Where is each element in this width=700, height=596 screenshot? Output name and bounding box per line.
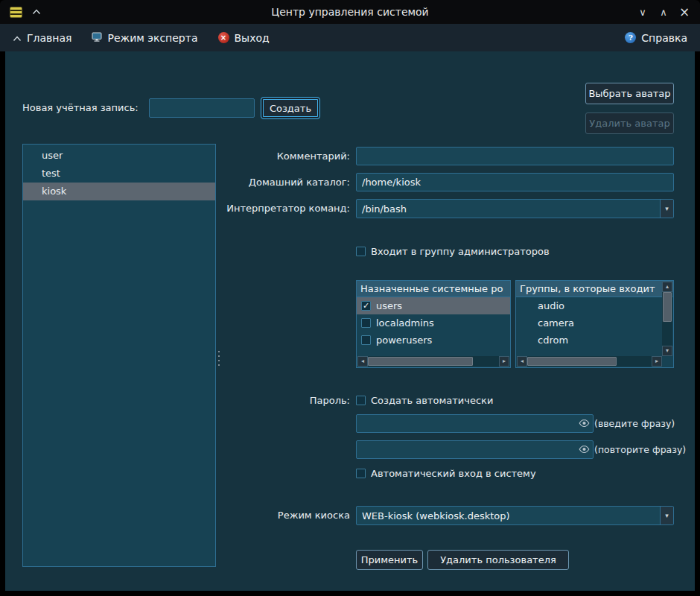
password-hint: (введите фразу) bbox=[594, 414, 675, 433]
maximize-button[interactable]: ∧ bbox=[655, 4, 672, 20]
home-dir-input[interactable] bbox=[356, 173, 674, 191]
groups-horizontal-scrollbar[interactable]: ◂ ▸ bbox=[517, 356, 662, 367]
role-row[interactable]: localadmins bbox=[357, 314, 510, 332]
group-row[interactable]: camera bbox=[516, 314, 673, 332]
help-icon: ? bbox=[625, 32, 636, 43]
toolbar: Главная Режим эксперта × Выход ? Справка bbox=[0, 24, 700, 51]
system-roles-list: Назначенные системные ро users localadmi… bbox=[356, 280, 511, 368]
groups-vscroll-thumb[interactable] bbox=[663, 292, 672, 322]
monitor-icon bbox=[92, 32, 102, 44]
shell-label: Интерпретатор команд: bbox=[226, 199, 350, 218]
toolbar-exit-label: Выход bbox=[235, 32, 270, 44]
group-row[interactable]: audio bbox=[516, 297, 673, 314]
role-label: users bbox=[376, 300, 402, 311]
roles-hscroll-track[interactable] bbox=[368, 356, 499, 367]
titlebar: Центр управления системой ∨ ∧ × bbox=[0, 0, 700, 24]
apply-button[interactable]: Применить bbox=[356, 550, 423, 570]
home-chevron-icon bbox=[13, 32, 22, 44]
admin-group-checkbox[interactable] bbox=[356, 247, 366, 256]
new-account-label: Новая учётная запись: bbox=[22, 98, 139, 118]
user-list: user test kiosk bbox=[22, 144, 216, 567]
role-row[interactable]: powerusers bbox=[357, 332, 510, 349]
toolbar-home-label: Главная bbox=[27, 32, 71, 44]
toolbar-help-label: Справка bbox=[641, 32, 687, 44]
scroll-left-icon[interactable]: ◂ bbox=[517, 356, 527, 367]
group-row[interactable]: cdrom bbox=[516, 332, 673, 349]
toolbar-home[interactable]: Главная bbox=[13, 32, 71, 44]
kiosk-mode-combo[interactable]: WEB-kiosk (webkiosk.desktop) ▾ bbox=[356, 506, 674, 525]
scroll-right-icon[interactable]: ▸ bbox=[652, 356, 662, 367]
autologin-label: Автоматический вход в систему bbox=[371, 464, 536, 483]
scroll-down-icon[interactable]: ▾ bbox=[662, 346, 672, 356]
role-checkbox[interactable] bbox=[361, 335, 371, 345]
role-checkbox-checked[interactable] bbox=[361, 301, 371, 311]
role-row-selected[interactable]: users bbox=[357, 297, 510, 314]
shell-combo-value: /bin/bash bbox=[362, 203, 407, 215]
roles-horizontal-scrollbar[interactable]: ◂ ▸ bbox=[357, 356, 509, 367]
member-groups-list: Группы, в которые входит audio camera cd… bbox=[515, 280, 674, 368]
scroll-right-icon[interactable]: ▸ bbox=[499, 356, 509, 367]
new-account-input[interactable] bbox=[149, 98, 255, 118]
toolbar-expert-label: Режим эксперта bbox=[107, 32, 197, 44]
home-dir-label: Домашний каталог: bbox=[249, 173, 350, 191]
groups-hscroll-track[interactable] bbox=[527, 356, 652, 367]
main-content: Новая учётная запись: Создать Выбрать ав… bbox=[5, 51, 695, 591]
select-avatar-button[interactable]: Выбрать аватар bbox=[585, 83, 674, 104]
role-checkbox[interactable] bbox=[361, 318, 371, 328]
groups-vertical-scrollbar[interactable]: ▴ ▾ bbox=[662, 282, 672, 356]
toolbar-help[interactable]: ? Справка bbox=[625, 32, 687, 44]
autologin-checkbox[interactable] bbox=[356, 469, 366, 478]
system-roles-header: Назначенные системные ро bbox=[357, 281, 510, 297]
toolbar-exit[interactable]: × Выход bbox=[218, 32, 270, 44]
user-list-item[interactable]: test bbox=[23, 165, 215, 183]
chevron-down-icon[interactable]: ▾ bbox=[660, 507, 673, 524]
user-list-item-selected[interactable]: kiosk bbox=[23, 183, 215, 200]
password-label: Пароль: bbox=[310, 391, 350, 410]
password-input[interactable] bbox=[356, 414, 594, 433]
member-groups-header: Группы, в которые входит bbox=[516, 281, 673, 297]
close-button[interactable]: × bbox=[676, 4, 693, 20]
delete-avatar-button[interactable]: Удалить аватар bbox=[585, 112, 674, 134]
password-auto-checkbox[interactable] bbox=[356, 396, 366, 405]
roles-hscroll-thumb[interactable] bbox=[368, 357, 473, 366]
delete-user-button[interactable]: Удалить пользователя bbox=[427, 550, 569, 570]
kiosk-mode-label: Режим киоска bbox=[278, 506, 350, 525]
minimize-button[interactable]: ∨ bbox=[634, 4, 651, 20]
chevron-down-icon[interactable]: ▾ bbox=[660, 200, 673, 218]
scroll-left-icon[interactable]: ◂ bbox=[357, 356, 368, 367]
window-title: Центр управления системой bbox=[0, 6, 700, 18]
password-repeat-hint: (повторите фразу) bbox=[594, 440, 686, 459]
window-controls: ∨ ∧ × bbox=[634, 4, 693, 20]
exit-icon: × bbox=[218, 32, 229, 43]
create-account-button[interactable]: Создать bbox=[261, 97, 320, 119]
role-label: powerusers bbox=[376, 335, 432, 346]
groups-hscroll-thumb[interactable] bbox=[527, 357, 617, 366]
admin-group-label: Входит в группу администраторов bbox=[371, 242, 550, 261]
splitter-handle[interactable] bbox=[217, 349, 220, 369]
scroll-up-icon[interactable]: ▴ bbox=[662, 282, 672, 292]
shell-combo[interactable]: /bin/bash ▾ bbox=[356, 199, 674, 218]
password-auto-label: Создать автоматически bbox=[371, 391, 493, 410]
toolbar-expert-mode[interactable]: Режим эксперта bbox=[92, 32, 197, 44]
comment-label: Комментарий: bbox=[277, 147, 350, 165]
role-label: localadmins bbox=[376, 317, 434, 329]
password-repeat-input[interactable] bbox=[356, 440, 594, 459]
user-list-item[interactable]: user bbox=[23, 147, 215, 165]
comment-input[interactable] bbox=[356, 147, 674, 165]
kiosk-mode-value: WEB-kiosk (webkiosk.desktop) bbox=[362, 510, 510, 522]
app-window: Центр управления системой ∨ ∧ × Главная … bbox=[0, 0, 700, 596]
groups-vscroll-track[interactable] bbox=[662, 292, 672, 346]
